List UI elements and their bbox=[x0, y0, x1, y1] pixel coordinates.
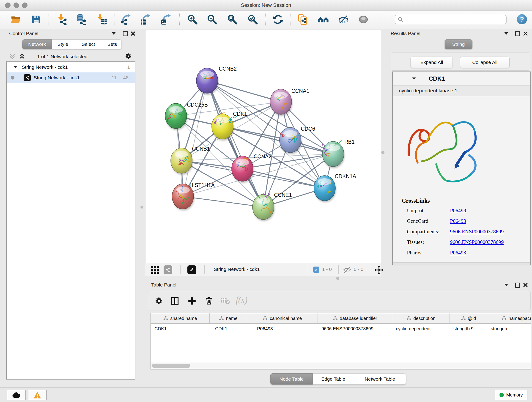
cell-database-identifier[interactable]: 9606.ENSP00000378699 bbox=[318, 324, 392, 334]
collection-expand-icon[interactable] bbox=[14, 66, 17, 68]
help-icon[interactable]: ? bbox=[517, 14, 527, 24]
warnings-button[interactable] bbox=[28, 390, 47, 400]
hide-selected-icon[interactable] bbox=[337, 13, 350, 26]
tab-node-table[interactable]: Node Table bbox=[270, 373, 313, 385]
results-scrollbar[interactable] bbox=[393, 262, 530, 265]
network-edge-CCNB2-CCNE1[interactable] bbox=[207, 81, 263, 207]
zoom-fit-icon[interactable] bbox=[226, 13, 239, 26]
column-header-canonical-name[interactable]: canonical name bbox=[247, 313, 318, 323]
network-node-CCNB1[interactable] bbox=[171, 148, 193, 175]
create-column-plus-icon[interactable] bbox=[187, 296, 196, 306]
cell-shared-name[interactable]: CDK1 bbox=[151, 324, 210, 334]
network-collection-row[interactable]: String Network - cdk1 1 bbox=[7, 62, 135, 72]
right-splitter-handle[interactable] bbox=[381, 151, 385, 154]
network-edge-CDK1-RB1[interactable] bbox=[222, 127, 333, 154]
search-field[interactable] bbox=[395, 15, 507, 24]
hidden-eye-icon[interactable] bbox=[343, 266, 351, 274]
tab-sets[interactable]: Sets bbox=[103, 39, 122, 49]
selected-checkbox-icon[interactable] bbox=[313, 267, 319, 273]
table-hscrollbar[interactable] bbox=[151, 363, 531, 369]
tab-edge-table[interactable]: Edge Table bbox=[313, 373, 354, 385]
table-options-gear-icon[interactable] bbox=[154, 296, 163, 306]
expand-all-button[interactable]: Expand All bbox=[411, 57, 453, 68]
left-splitter-handle[interactable] bbox=[140, 206, 143, 209]
gene-header-row[interactable]: CDK1 bbox=[393, 72, 530, 85]
save-session-icon[interactable] bbox=[30, 13, 43, 26]
network-node-CDKN1A[interactable] bbox=[314, 176, 336, 202]
string-badge-icon[interactable] bbox=[164, 265, 172, 274]
network-canvas[interactable]: CCNB2CCNA1CDC25BCDK1CDC6RB1CCNB1CCNA2CDK… bbox=[145, 30, 381, 263]
column-header-description[interactable]: description bbox=[392, 313, 450, 323]
update-network-icon[interactable] bbox=[272, 13, 284, 26]
delete-column-trash-icon[interactable] bbox=[204, 296, 214, 305]
open-session-icon[interactable] bbox=[10, 13, 22, 26]
export-network-icon[interactable] bbox=[120, 13, 133, 26]
table-panel-close-icon[interactable] bbox=[523, 282, 528, 288]
network-node-CCNB2[interactable] bbox=[196, 68, 219, 95]
zoom-in-icon[interactable] bbox=[186, 13, 199, 26]
gene-collapse-icon[interactable] bbox=[412, 77, 416, 80]
crosslink-tissues-link[interactable]: 9606.ENSP00000378699 bbox=[450, 239, 504, 245]
network-edge-CCNA2-CDKN1A[interactable] bbox=[242, 169, 325, 188]
cell-description[interactable]: cyclin-dependent ... bbox=[392, 324, 450, 334]
pan-crosshair-icon[interactable] bbox=[374, 265, 384, 274]
network-edge-CCNB2-HIST1H1A[interactable] bbox=[183, 81, 207, 196]
results-panel-float-icon[interactable] bbox=[515, 31, 520, 36]
crosslink-genecard-link[interactable]: P06493 bbox=[450, 218, 466, 224]
tab-select[interactable]: Select bbox=[74, 39, 103, 49]
control-panel-close-icon[interactable] bbox=[130, 31, 136, 36]
collapse-all-button[interactable]: Collapse All bbox=[460, 57, 510, 68]
gene-details-box: CDK1 cyclin-dependent kinase 1 CrossLink… bbox=[392, 71, 531, 265]
network-edge-HIST1H1A-CCNE1[interactable] bbox=[183, 196, 263, 207]
column-header-namespace[interactable]: namespace bbox=[487, 313, 531, 323]
warning-icon bbox=[33, 391, 41, 399]
show-columns-icon[interactable] bbox=[170, 296, 179, 306]
table-hscrollbar-thumb[interactable] bbox=[152, 364, 190, 368]
cell-canonical-name[interactable]: P06493 bbox=[247, 324, 318, 334]
show-all-icon[interactable] bbox=[357, 13, 370, 26]
export-table-icon[interactable] bbox=[139, 13, 152, 26]
export-image-icon[interactable] bbox=[159, 13, 172, 26]
network-node-CCNA1[interactable] bbox=[270, 89, 292, 116]
results-panel-collapse-icon[interactable] bbox=[505, 32, 508, 35]
results-panel-close-icon[interactable] bbox=[523, 31, 528, 36]
column-header-id[interactable]: @id bbox=[450, 313, 487, 323]
birds-eye-view-icon[interactable] bbox=[187, 265, 196, 274]
control-panel-collapse-icon[interactable] bbox=[112, 32, 116, 35]
tab-string[interactable]: String bbox=[444, 39, 472, 49]
zoom-out-icon[interactable] bbox=[206, 13, 219, 26]
crosslink-uniprot-link[interactable]: P06493 bbox=[450, 208, 466, 213]
network-options-gear-icon[interactable] bbox=[124, 52, 132, 60]
network-node-CCNA2[interactable] bbox=[232, 156, 254, 183]
cell-namespace[interactable]: stringdb bbox=[487, 324, 531, 334]
column-header-name[interactable]: name bbox=[210, 313, 247, 323]
cell-id[interactable]: stringdb:9... bbox=[450, 324, 487, 334]
grid-view-icon[interactable] bbox=[151, 266, 159, 274]
column-header-database-identifier[interactable]: database identifier bbox=[318, 313, 392, 323]
cloud-button[interactable] bbox=[7, 390, 26, 400]
table-row[interactable]: CDK1 CDK1 P06493 9606.ENSP00000378699 cy… bbox=[151, 324, 531, 334]
memory-button[interactable]: Memory bbox=[495, 390, 527, 400]
tab-network[interactable]: Network bbox=[22, 39, 52, 49]
network-node-CCNE1[interactable] bbox=[253, 193, 275, 221]
crosslink-pharos-link[interactable]: P06493 bbox=[450, 250, 466, 255]
control-panel-float-icon[interactable] bbox=[123, 31, 128, 36]
column-header-shared-name[interactable]: shared name bbox=[151, 313, 210, 323]
cell-name[interactable]: CDK1 bbox=[210, 324, 247, 334]
table-panel-collapse-icon[interactable] bbox=[505, 284, 508, 286]
network-node-RB1[interactable] bbox=[322, 140, 345, 168]
table-panel-float-icon[interactable] bbox=[515, 283, 520, 288]
horizontal-splitter-handle[interactable] bbox=[336, 277, 339, 280]
zoom-selected-icon[interactable] bbox=[246, 13, 259, 26]
clone-network-icon[interactable] bbox=[297, 13, 309, 26]
crosslink-compartments-link[interactable]: 9606.ENSP00000378699 bbox=[450, 229, 504, 235]
import-table-icon[interactable] bbox=[96, 13, 109, 26]
first-neighbors-icon[interactable] bbox=[317, 13, 330, 26]
tab-network-table[interactable]: Network Table bbox=[354, 373, 406, 385]
network-row-selected[interactable]: String Network - cdk1 11 48 bbox=[7, 72, 135, 83]
tab-style[interactable]: Style bbox=[52, 39, 74, 49]
search-input[interactable] bbox=[404, 17, 496, 22]
network-node-CDC25B[interactable] bbox=[165, 103, 187, 130]
import-network-file-icon[interactable] bbox=[56, 13, 69, 26]
import-network-database-icon[interactable] bbox=[75, 13, 88, 26]
